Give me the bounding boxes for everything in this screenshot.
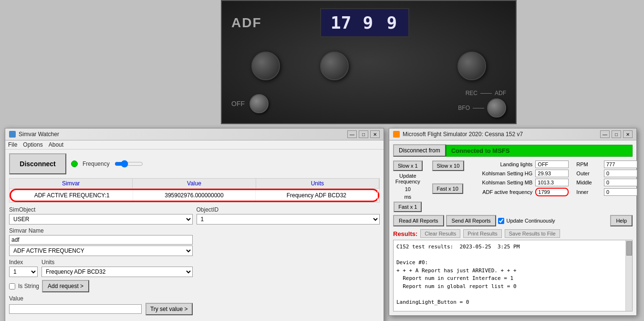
cell-simvar: ADF ACTIVE FREQUENCY:1 bbox=[11, 190, 133, 201]
adf-off-label: OFF bbox=[231, 100, 245, 107]
adf-off-knob[interactable] bbox=[249, 94, 269, 113]
is-string-label: Is String bbox=[18, 283, 39, 289]
adf-display: 17 9 9 bbox=[320, 8, 409, 37]
simvar-name-input[interactable] bbox=[9, 235, 193, 245]
adf-label: ADF bbox=[231, 15, 262, 31]
menu-about[interactable]: About bbox=[49, 141, 63, 148]
print-results-button[interactable]: Print Results bbox=[463, 229, 501, 238]
ms-label: ms bbox=[404, 194, 411, 200]
simobject-label: SimObject bbox=[9, 206, 193, 213]
save-results-button[interactable]: Save Results to File bbox=[505, 229, 560, 238]
send-all-reports-button[interactable]: Send All Reports bbox=[446, 215, 497, 226]
fast-x1-button[interactable]: Fast x 1 bbox=[394, 202, 422, 212]
simvar-titlebar: Simvar Watcher — □ ✕ bbox=[5, 128, 384, 140]
adf-bfo-label: BFO bbox=[458, 105, 470, 111]
landing-lights-input[interactable] bbox=[535, 160, 569, 168]
adf-freq-input[interactable] bbox=[535, 188, 569, 196]
objectid-select[interactable]: 1 bbox=[197, 214, 380, 225]
kohlsman-hg-label: Kohlsman Setting HG bbox=[473, 171, 532, 176]
index-label: Index bbox=[9, 259, 38, 266]
update-continuously-label: Update Continuously bbox=[506, 218, 555, 224]
read-all-reports-button[interactable]: Read All Reports bbox=[393, 215, 444, 226]
slow-x10-button[interactable]: Slow x 10 bbox=[432, 160, 465, 171]
results-area: C152 test results: 2023-05-25 3:25 PM De… bbox=[393, 240, 633, 311]
rpm-label: RPM bbox=[576, 161, 601, 167]
landing-lights-label: Landing lights bbox=[473, 161, 532, 167]
is-string-checkbox[interactable] bbox=[9, 283, 15, 289]
msfs-window-title: Microsoft Flight Simulator 2020: Cessna … bbox=[403, 131, 523, 138]
simvar-window-title: Simvar Watcher bbox=[19, 131, 59, 138]
clear-results-button[interactable]: Clear Results bbox=[420, 229, 460, 238]
disconnect-from-button[interactable]: Disconnect from bbox=[393, 144, 446, 157]
kohlsman-mb-input[interactable] bbox=[535, 179, 569, 186]
adf-knob-center[interactable] bbox=[320, 52, 349, 80]
simvar-window-icon bbox=[9, 131, 16, 138]
outer-label: Outer bbox=[576, 171, 601, 176]
value-label: Value bbox=[9, 295, 193, 302]
adf-digit-1: 17 bbox=[331, 13, 351, 32]
inner-input[interactable] bbox=[604, 188, 637, 196]
update-ms-value: 10 bbox=[405, 186, 411, 192]
msfs-titlebar: Microsoft Flight Simulator 2020: Cessna … bbox=[389, 128, 636, 140]
results-text: C152 test results: 2023-05-25 3:25 PM De… bbox=[396, 243, 629, 311]
results-scrollbar[interactable] bbox=[625, 240, 632, 311]
simobject-select[interactable]: USER bbox=[9, 214, 193, 225]
simvar-watcher-window: Simvar Watcher — □ ✕ File Options About … bbox=[5, 128, 384, 321]
simvar-dropdown[interactable]: ADF ACTIVE FREQUENCY bbox=[9, 246, 193, 256]
adf-knob-left[interactable] bbox=[251, 52, 280, 80]
value-input[interactable] bbox=[9, 304, 142, 314]
add-request-button[interactable]: Add request > bbox=[42, 280, 89, 292]
simvar-table: Simvar Value Units ADF ACTIVE FREQUENCY:… bbox=[9, 178, 380, 203]
update-continuously-checkbox[interactable] bbox=[498, 218, 504, 224]
maximize-button[interactable]: □ bbox=[359, 130, 368, 138]
col-header-units: Units bbox=[256, 179, 379, 188]
index-select[interactable]: 1 bbox=[9, 267, 38, 277]
cell-value: 395902976.000000000 bbox=[133, 190, 255, 201]
middle-input[interactable] bbox=[604, 179, 637, 186]
msfs-close-button[interactable]: ✕ bbox=[623, 130, 633, 138]
minimize-button[interactable]: — bbox=[347, 130, 357, 138]
adf-digit-2: 9 bbox=[361, 13, 375, 32]
adf-bfo-knob[interactable] bbox=[487, 98, 506, 118]
menu-file[interactable]: File bbox=[8, 141, 17, 148]
update-freq-label: Update Frequency bbox=[395, 173, 420, 184]
inner-label: Inner bbox=[576, 189, 601, 195]
slow-x1-button[interactable]: Slow x 1 bbox=[393, 160, 423, 171]
msfs-maximize-button[interactable]: □ bbox=[612, 130, 621, 138]
outer-input[interactable] bbox=[604, 170, 637, 177]
col-header-simvar: Simvar bbox=[10, 179, 133, 188]
col-header-value: Value bbox=[133, 179, 256, 188]
scrollbar-thumb[interactable] bbox=[626, 241, 632, 256]
objectid-label: ObjectID bbox=[197, 206, 380, 213]
msfs-minimize-button[interactable]: — bbox=[600, 130, 610, 138]
fast-x10-button[interactable]: Fast x 10 bbox=[432, 183, 463, 194]
adf-knob-right[interactable] bbox=[457, 52, 486, 80]
adf-rec-label: REC bbox=[466, 90, 478, 96]
adf-digit-3: 9 bbox=[384, 13, 399, 32]
table-row[interactable]: ADF ACTIVE FREQUENCY:1 395902976.0000000… bbox=[10, 189, 379, 202]
kohlsman-hg-input[interactable] bbox=[535, 170, 569, 177]
rpm-input[interactable] bbox=[604, 160, 637, 168]
menu-bar: File Options About bbox=[5, 140, 384, 150]
simvar-name-label: Simvar Name bbox=[9, 227, 193, 234]
middle-label: Middle bbox=[576, 180, 601, 185]
frequency-label: Frequency bbox=[83, 160, 110, 167]
cell-units: Frequency ADF BCD32 bbox=[256, 190, 378, 201]
results-label: Results: bbox=[393, 230, 417, 237]
msfs-window-icon bbox=[393, 131, 400, 138]
units-label: Units bbox=[42, 259, 193, 266]
units-select[interactable]: Frequency ADF BCD32 bbox=[42, 267, 193, 277]
msfs-window: Microsoft Flight Simulator 2020: Cessna … bbox=[389, 128, 637, 316]
try-set-button[interactable]: Try set value > bbox=[145, 303, 193, 315]
adf-panel: ADF 17 9 9 OFF REC —— ADF bbox=[221, 0, 517, 124]
adf-adf-label: ADF bbox=[495, 90, 506, 96]
adf-freq-label: ADF active frequency bbox=[473, 189, 532, 195]
close-button[interactable]: ✕ bbox=[370, 130, 380, 138]
kohlsman-mb-label: Kohlsman Setting MB bbox=[473, 180, 532, 185]
help-button[interactable]: Help bbox=[610, 215, 633, 226]
connection-indicator bbox=[71, 160, 78, 167]
menu-options[interactable]: Options bbox=[23, 141, 42, 148]
frequency-slider[interactable] bbox=[114, 160, 143, 168]
connected-banner: Connected to MSFS bbox=[446, 145, 633, 157]
disconnect-button[interactable]: Disconnect bbox=[9, 153, 66, 174]
